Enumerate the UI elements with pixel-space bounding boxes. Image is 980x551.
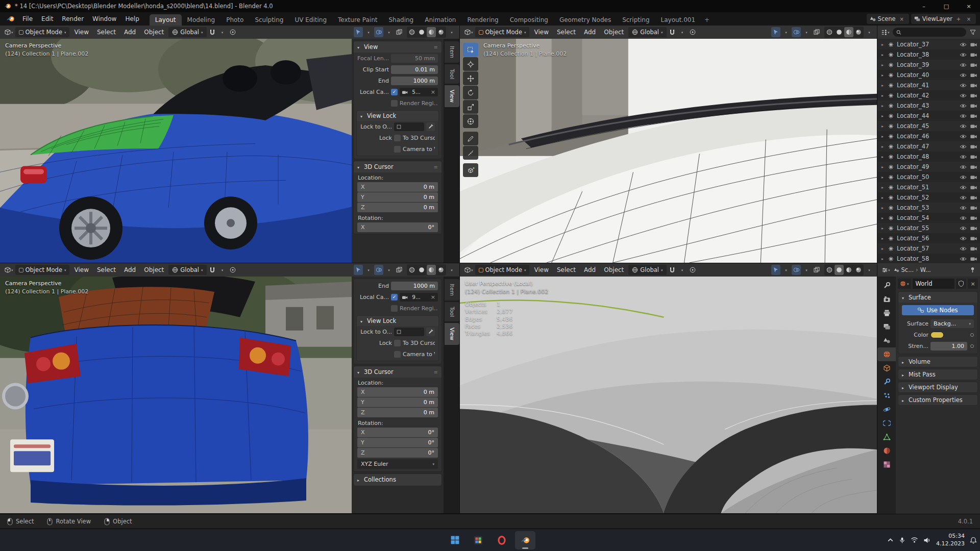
- cursor-location-x-field[interactable]: X0 m: [357, 387, 438, 397]
- expand-icon[interactable]: ▸: [881, 246, 886, 251]
- gizmo-toggle[interactable]: [354, 27, 363, 37]
- viewport-canvas-bottom-left[interactable]: Camera Perspective (124) Collection 1 | …: [0, 277, 352, 513]
- outliner-item[interactable]: ▸Locator_52: [877, 192, 980, 203]
- workspace-tab-shading[interactable]: Shading: [383, 14, 419, 26]
- expand-icon[interactable]: ▸: [881, 195, 886, 200]
- viewlayer-selector[interactable]: ViewLayer + ×: [911, 14, 976, 24]
- cursor-location-y-field[interactable]: Y0 m: [357, 397, 438, 407]
- shading-settings-button[interactable]: [865, 27, 874, 37]
- xray-toggle[interactable]: [812, 265, 821, 275]
- volume-tray-button[interactable]: [923, 537, 931, 544]
- outliner-item[interactable]: ▸Locator_54: [877, 213, 980, 223]
- rotation-mode-select[interactable]: XYZ Euler: [357, 459, 438, 469]
- snap-toggle[interactable]: [668, 265, 677, 275]
- cursor-location-x-field[interactable]: X0 m: [357, 182, 438, 192]
- tab-object-data[interactable]: [877, 430, 896, 444]
- collections-panel-header[interactable]: Collections: [354, 474, 442, 485]
- tab-physics[interactable]: [877, 403, 896, 416]
- menu-select[interactable]: Select: [93, 265, 119, 275]
- gizmo-toggle[interactable]: [354, 265, 363, 275]
- workspace-tab-uv-editing[interactable]: UV Editing: [289, 14, 332, 26]
- lock-to-object-field[interactable]: [394, 328, 424, 336]
- expand-icon[interactable]: ▸: [881, 104, 886, 108]
- overlays-toggle[interactable]: [792, 265, 801, 275]
- viewport-display-section-header[interactable]: Viewport Display: [898, 382, 978, 393]
- eyedropper-button[interactable]: [426, 328, 435, 336]
- transform-orientation-select[interactable]: Global: [628, 27, 666, 37]
- shading-rendered-button[interactable]: [854, 27, 863, 37]
- opera-icon[interactable]: [492, 531, 512, 549]
- outliner-item[interactable]: ▸Locator_48: [877, 152, 980, 162]
- tab-material[interactable]: [877, 444, 896, 458]
- expand-icon[interactable]: ▸: [881, 206, 886, 210]
- gizmo-settings-button[interactable]: [364, 27, 373, 37]
- menu-view[interactable]: View: [530, 265, 552, 275]
- overlays-settings-button[interactable]: [802, 265, 811, 275]
- tool-transform[interactable]: [463, 114, 478, 128]
- proportional-editing-toggle[interactable]: [688, 27, 697, 37]
- menu-add[interactable]: Add: [580, 27, 599, 37]
- view-panel-header[interactable]: View: [354, 41, 442, 53]
- clip-end-field[interactable]: 1000 m: [391, 282, 438, 290]
- gizmo-settings-button[interactable]: [781, 265, 791, 275]
- shading-material-button[interactable]: [844, 265, 853, 275]
- minimize-button[interactable]: –: [913, 0, 935, 12]
- tab-tool[interactable]: [877, 279, 896, 292]
- breadcrumb-scene[interactable]: Sc...: [901, 266, 914, 273]
- lock-to-object-field[interactable]: [394, 122, 424, 131]
- mode-select[interactable]: Object Mode: [475, 27, 530, 37]
- hidden-icons-button[interactable]: [887, 537, 894, 543]
- menu-file[interactable]: File: [18, 14, 37, 23]
- shading-rendered-button[interactable]: [854, 265, 863, 275]
- unlink-world-button[interactable]: ×: [968, 279, 978, 289]
- network-tray-button[interactable]: [911, 537, 918, 543]
- expand-icon[interactable]: ▸: [881, 42, 886, 47]
- microphone-tray-button[interactable]: [899, 537, 905, 544]
- outliner-item[interactable]: ▸Locator_56: [877, 233, 980, 243]
- close-button[interactable]: ×: [958, 0, 980, 12]
- cursor-rotation-x-field[interactable]: X0°: [357, 222, 438, 232]
- render-region-checkbox[interactable]: [391, 305, 398, 312]
- panel-grip-icon[interactable]: [434, 164, 438, 170]
- cursor-rotation-y-field[interactable]: Y0°: [357, 438, 438, 447]
- menu-add[interactable]: Add: [580, 265, 599, 275]
- local-camera-checkbox[interactable]: [391, 89, 398, 95]
- outliner-item[interactable]: ▸Locator_42: [877, 90, 980, 101]
- surface-panel-header[interactable]: Surface: [898, 292, 977, 303]
- mist-pass-section-header[interactable]: Mist Pass: [898, 369, 978, 380]
- tool-rotate[interactable]: [463, 86, 478, 99]
- workspace-tab-sculpting[interactable]: Sculpting: [249, 14, 289, 26]
- mode-select[interactable]: Object Mode: [15, 27, 70, 37]
- lock-to-3d-cursor-checkbox[interactable]: [394, 135, 401, 141]
- outliner-search-input[interactable]: [903, 29, 963, 35]
- xray-toggle[interactable]: [395, 27, 404, 37]
- gizmo-toggle[interactable]: [771, 265, 780, 275]
- sidebar-tab-view[interactable]: View: [445, 323, 459, 345]
- tab-object[interactable]: [877, 361, 896, 375]
- outliner-item[interactable]: ▸Locator_37: [877, 39, 980, 49]
- workspace-tab-layout-001[interactable]: Layout.001: [655, 14, 701, 26]
- expand-icon[interactable]: ▸: [881, 53, 886, 57]
- overlays-settings-button[interactable]: [802, 27, 811, 37]
- outliner-item[interactable]: ▸Locator_50: [877, 172, 980, 182]
- blender-taskbar-icon[interactable]: [515, 531, 535, 549]
- blender-logo-icon[interactable]: [6, 15, 15, 22]
- clip-end-field[interactable]: 1000 m: [391, 77, 438, 85]
- unlink-scene-icon[interactable]: ×: [898, 16, 906, 22]
- expand-icon[interactable]: ▸: [881, 114, 886, 118]
- menu-render[interactable]: Render: [58, 14, 88, 23]
- workspace-tab-photo[interactable]: Photo: [220, 14, 249, 26]
- tab-constraints[interactable]: [877, 416, 896, 430]
- viewport-canvas-bottom-right[interactable]: User Perspective (Local) (124) Collectio…: [460, 277, 877, 513]
- cursor-panel-header[interactable]: 3D Cursor: [354, 366, 442, 378]
- expand-icon[interactable]: ▸: [881, 236, 886, 241]
- clip-start-field[interactable]: 0.01 m: [391, 65, 438, 74]
- tab-texture[interactable]: [877, 458, 896, 471]
- filter-button[interactable]: [968, 27, 977, 37]
- snap-settings-button[interactable]: [218, 265, 227, 275]
- menu-select[interactable]: Select: [553, 27, 579, 37]
- expand-icon[interactable]: ▸: [881, 134, 886, 139]
- cursor-rotation-z-field[interactable]: Z0°: [357, 448, 438, 458]
- snap-toggle[interactable]: [208, 265, 217, 275]
- overlays-settings-button[interactable]: [384, 265, 394, 275]
